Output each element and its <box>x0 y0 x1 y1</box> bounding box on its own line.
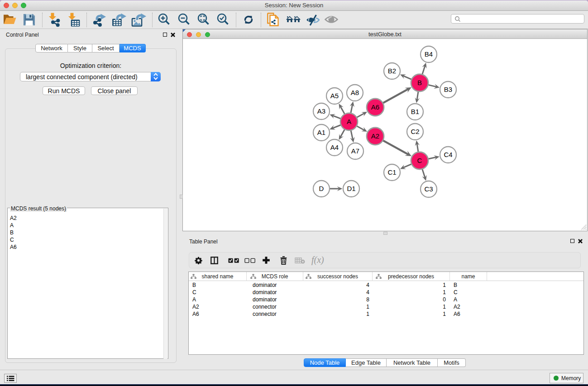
svg-text:A4: A4 <box>330 143 339 151</box>
svg-text:A: A <box>347 118 351 125</box>
svg-text:A1: A1 <box>317 129 325 136</box>
svg-text:C: C <box>417 157 422 164</box>
svg-text:A2: A2 <box>371 132 379 140</box>
svg-text:B4: B4 <box>425 50 433 58</box>
svg-text:C3: C3 <box>424 185 433 193</box>
svg-text:D: D <box>319 185 324 192</box>
svg-text:A6: A6 <box>371 103 379 111</box>
svg-text:B1: B1 <box>411 108 419 115</box>
svg-text:B: B <box>417 79 422 86</box>
svg-text:B3: B3 <box>444 86 452 93</box>
svg-text:A8: A8 <box>351 89 359 96</box>
svg-text:A3: A3 <box>317 107 325 115</box>
svg-text:C4: C4 <box>444 151 452 158</box>
svg-text:B2: B2 <box>388 67 396 75</box>
svg-text:A7: A7 <box>351 147 359 155</box>
svg-text:C2: C2 <box>411 128 419 135</box>
svg-text:C1: C1 <box>387 168 396 176</box>
svg-text:A5: A5 <box>330 92 339 100</box>
svg-text:D1: D1 <box>347 185 355 192</box>
